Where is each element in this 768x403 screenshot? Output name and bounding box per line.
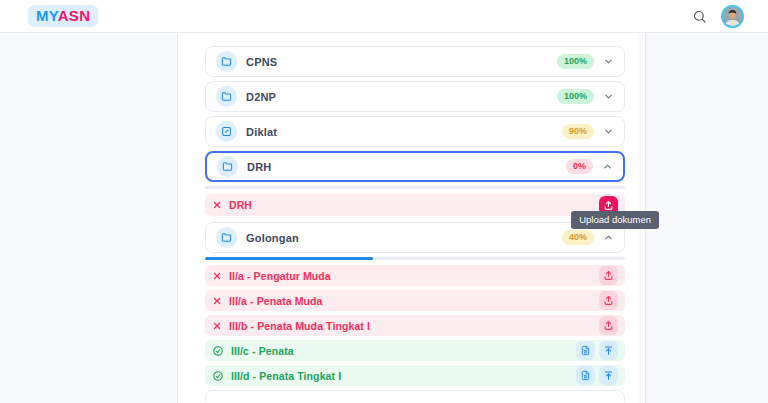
section-progress-bar — [205, 257, 625, 260]
folder-icon — [217, 156, 238, 177]
section-label: CPNS — [246, 56, 277, 68]
section-label: Golongan — [246, 232, 299, 244]
check-circle-icon — [212, 345, 224, 357]
progress-fill — [205, 257, 373, 260]
document-row: III/b - Penata Muda Tingkat I — [205, 315, 625, 336]
upload-tooltip: Upload dokumen — [571, 211, 659, 229]
document-row: III/d - Penata Tingkat I — [205, 365, 625, 386]
section-label: Diklat — [246, 126, 277, 138]
chevron-down-icon — [603, 126, 614, 137]
document-actions — [599, 316, 618, 335]
replace-document-button[interactable] — [576, 366, 595, 385]
chevron-down-icon — [603, 91, 614, 102]
section-progress-bar — [205, 186, 625, 189]
check-circle-icon — [212, 370, 224, 382]
document-row-drh: DRH — [205, 194, 625, 216]
progress-badge: 40% — [562, 230, 594, 245]
progress-badge: 100% — [557, 89, 594, 104]
progress-badge: 100% — [557, 54, 594, 69]
document-label: III/d - Penata Tingkat I — [231, 370, 341, 382]
document-actions — [599, 266, 618, 285]
section-row-cpns[interactable]: CPNS 100% — [205, 46, 625, 77]
document-checklist: CPNS 100% D2NP 100% — [178, 33, 637, 403]
replace-document-button[interactable] — [576, 341, 595, 360]
folder-icon — [216, 86, 237, 107]
document-row: III/c - Penata — [205, 340, 625, 361]
drh-items: DRH Upload dokumen — [205, 194, 625, 216]
topbar: MYASN — [0, 0, 768, 33]
chevron-up-icon — [603, 232, 614, 243]
document-label: III/b - Penata Muda Tingkat I — [229, 320, 370, 332]
upload-button[interactable] — [599, 291, 618, 310]
logo-text-my: MY — [36, 7, 58, 24]
upload-button[interactable] — [599, 316, 618, 335]
section-label: D2NP — [246, 91, 276, 103]
progress-badge: 90% — [562, 124, 594, 139]
folder-icon — [216, 227, 237, 248]
chevron-down-icon — [603, 56, 614, 67]
main-area: CPNS 100% D2NP 100% — [0, 33, 768, 403]
export-up-icon-button[interactable] — [599, 341, 618, 360]
x-icon — [212, 200, 222, 210]
x-icon — [212, 321, 222, 331]
x-icon — [212, 296, 222, 306]
document-actions — [599, 291, 618, 310]
section-row-partial[interactable] — [205, 390, 625, 402]
logo-text-asn: ASN — [58, 7, 91, 24]
document-row: III/a - Penata Muda — [205, 290, 625, 311]
document-row: II/a - Pengatur Muda — [205, 265, 625, 286]
user-avatar[interactable] — [721, 5, 744, 28]
document-label: III/a - Penata Muda — [229, 295, 323, 307]
export-up-icon-button[interactable] — [599, 366, 618, 385]
section-label: DRH — [247, 161, 271, 173]
search-icon[interactable] — [692, 9, 707, 24]
left-panel — [0, 33, 178, 403]
section-row-d2np[interactable]: D2NP 100% — [205, 81, 625, 112]
folder-icon — [216, 51, 237, 72]
section-row-diklat[interactable]: Diklat 90% — [205, 116, 625, 147]
upload-button[interactable] — [599, 266, 618, 285]
x-icon — [212, 271, 222, 281]
app-logo[interactable]: MYASN — [28, 5, 98, 27]
document-actions — [576, 341, 618, 360]
document-label: II/a - Pengatur Muda — [229, 270, 331, 282]
document-label: III/c - Penata — [231, 345, 294, 357]
document-label: DRH — [229, 199, 252, 211]
edit-icon — [216, 121, 237, 142]
document-actions — [576, 366, 618, 385]
progress-badge: 0% — [566, 159, 593, 174]
section-row-golongan[interactable]: Golongan 40% — [205, 222, 625, 253]
topbar-actions — [692, 5, 744, 28]
section-row-drh[interactable]: DRH 0% — [205, 151, 625, 182]
right-panel — [646, 33, 768, 403]
chevron-up-icon — [602, 161, 613, 172]
